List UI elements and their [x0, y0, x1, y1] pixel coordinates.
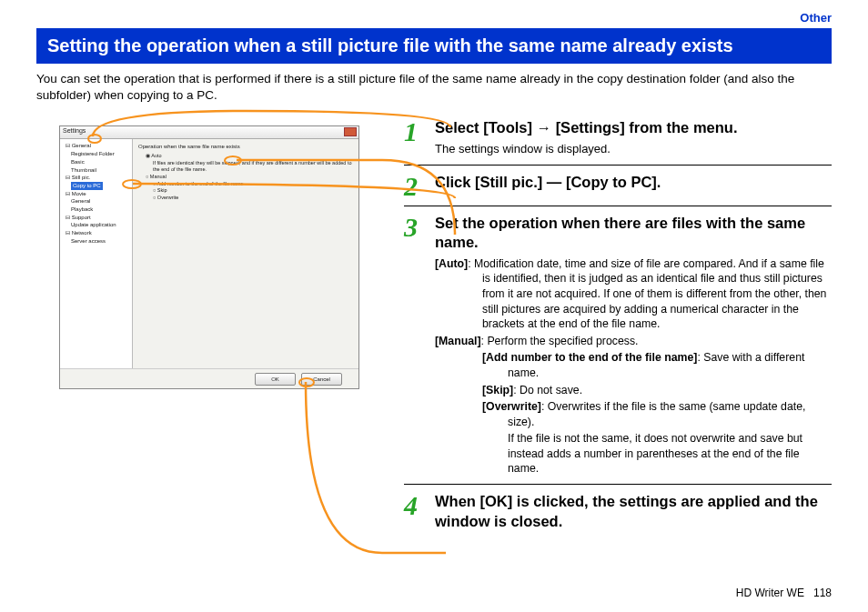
step-2: 2 Click [Still pic.] — [Copy to PC]. [404, 171, 832, 200]
tree-network: ⊟ Network [66, 229, 130, 237]
ss-auto-note: If files are identical they will be skip… [153, 160, 353, 174]
step-1-sub: The settings window is displayed. [435, 142, 832, 156]
tree-movie-playback: Playback [71, 206, 130, 214]
ss-window-title: Settings [63, 127, 86, 134]
tree-basic: Basic [71, 158, 130, 166]
tree-still-pic: ⊟ Still pic. [66, 174, 130, 182]
step-3-title: Set the operation when there are files w… [435, 214, 832, 253]
ss-main-panel: Operation when the same file name exists… [133, 139, 358, 368]
ss-radio-skip: Skip [153, 187, 353, 195]
tree-copy-to-pc: Copy to PC [71, 182, 130, 190]
ss-radio-auto: Auto [146, 153, 353, 160]
step-2-title: Click [Still pic.] — [Copy to PC]. [435, 173, 832, 192]
tree-movie-general: General [71, 197, 130, 206]
footer-product: HD Writer WE [736, 587, 804, 599]
tree-server-access: Server access [71, 237, 130, 246]
close-icon [344, 127, 357, 136]
ss-tree: ⊟ General Registered Folder Basic Thumbn… [60, 139, 133, 368]
step-3-number: 3 [404, 214, 426, 241]
tree-general: ⊟ General [66, 142, 130, 150]
ss-group-title: Operation when the same file name exists [138, 143, 353, 150]
footer-page: 118 [813, 587, 832, 599]
step-4-title: When [OK] is clicked, the settings are a… [435, 492, 832, 531]
step-4-number: 4 [404, 492, 426, 519]
tree-thumbnail: Thumbnail [71, 166, 130, 175]
ss-button-row: OK Cancel [60, 368, 358, 388]
page-title: Setting the operation when a still pictu… [36, 28, 832, 64]
content-row: Settings ⊟ General Registered Folder Bas… [36, 116, 832, 535]
step-4: 4 When [OK] is clicked, the settings are… [404, 490, 832, 535]
ok-button: OK [255, 373, 296, 386]
step-1-title: Select [Tools] → [Settings] from the men… [435, 118, 832, 137]
settings-screenshot: Settings ⊟ General Registered Folder Bas… [59, 125, 359, 389]
tree-movie: ⊟ Movie [66, 190, 130, 198]
tree-support: ⊟ Support [66, 214, 130, 222]
ss-radio-add: Add number to the end of the file name [153, 181, 353, 188]
breadcrumb[interactable]: Other [36, 11, 832, 25]
footer: HD Writer WE 118 [736, 587, 832, 599]
step-3: 3 Set the operation when there are files… [404, 212, 832, 478]
right-column: 1 Select [Tools] → [Settings] from the m… [391, 116, 832, 535]
tree-update-app: Update application [71, 221, 130, 229]
cancel-button: Cancel [301, 373, 342, 386]
step-2-number: 2 [404, 173, 426, 200]
ss-radio-manual: Manual [146, 174, 353, 181]
left-column: Settings ⊟ General Registered Folder Bas… [36, 116, 391, 535]
step-1: 1 Select [Tools] → [Settings] from the m… [404, 116, 832, 158]
ss-radio-overwrite: Overwrite [153, 195, 353, 202]
tree-registered-folder: Registered Folder [71, 150, 130, 158]
step-3-desc: [Auto]: Modification date, time and size… [435, 256, 832, 477]
ss-titlebar: Settings [60, 126, 358, 139]
intro-text: You can set the operation that is perfor… [36, 71, 832, 104]
step-1-number: 1 [404, 118, 426, 145]
